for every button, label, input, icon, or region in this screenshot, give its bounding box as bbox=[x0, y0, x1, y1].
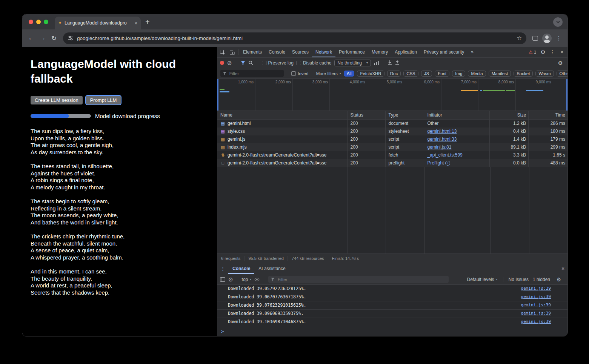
clear-network-log-button[interactable]: ⊘ bbox=[227, 60, 232, 66]
filter-pill-doc[interactable]: Doc bbox=[387, 71, 401, 77]
tab-application[interactable]: Application bbox=[391, 47, 420, 57]
console-prompt[interactable]: > bbox=[217, 326, 567, 334]
filter-pill-socket[interactable]: Socket bbox=[514, 71, 533, 77]
tab-privacy-and-security[interactable]: Privacy and security bbox=[420, 47, 468, 57]
console-source-link[interactable]: gemini.js:39 bbox=[521, 310, 551, 318]
network-search-icon[interactable] bbox=[248, 60, 253, 65]
filter-pill-manifest[interactable]: Manifest bbox=[489, 71, 511, 77]
column-header-type[interactable]: Type bbox=[386, 111, 424, 119]
initiator-link[interactable]: gemini.js:81 bbox=[427, 144, 451, 150]
tab-performance[interactable]: Performance bbox=[335, 47, 368, 57]
browser-tab[interactable]: ✦ LanguageModel downloadpro × bbox=[55, 17, 141, 29]
import-har-icon[interactable] bbox=[388, 60, 392, 65]
devtools-settings-icon[interactable]: ⚙ bbox=[538, 48, 547, 57]
omnibox[interactable]: googlechrome.github.io/samples/downloadi… bbox=[63, 32, 526, 44]
network-request-row[interactable]: ▤gemini.js 200 script gemini.html:33 1.4… bbox=[217, 135, 567, 143]
console-filter-input[interactable] bbox=[277, 277, 446, 282]
console-source-link[interactable]: gemini.js:39 bbox=[521, 318, 551, 326]
site-info-icon[interactable] bbox=[68, 35, 74, 41]
devtools-menu-icon[interactable]: ⋮ bbox=[548, 48, 557, 57]
close-window-button[interactable] bbox=[29, 20, 33, 24]
initiator-link[interactable]: gemini.html:13 bbox=[427, 129, 457, 134]
initiator-link[interactable]: gemini.html:33 bbox=[427, 137, 457, 142]
console-sidebar-icon[interactable] bbox=[220, 277, 225, 282]
network-request-row[interactable]: ⇅gemini-2.0-flash:streamGenerateContent?… bbox=[217, 151, 567, 159]
checkbox[interactable] bbox=[297, 61, 301, 65]
back-button[interactable]: ← bbox=[26, 32, 37, 44]
url-text[interactable]: googlechrome.github.io/samples/downloadi… bbox=[77, 35, 514, 41]
forward-button[interactable]: → bbox=[37, 32, 48, 44]
network-request-row[interactable]: ▤gemini.html 200 document Other 1.2 kB 2… bbox=[217, 120, 567, 127]
throttling-select[interactable]: No throttling ▾ bbox=[334, 60, 371, 66]
more-panels-icon[interactable]: » bbox=[468, 47, 477, 57]
drawer-close-icon[interactable]: × bbox=[558, 264, 567, 273]
prompt-llm-button[interactable]: Prompt LLM bbox=[86, 96, 121, 104]
error-count-badge[interactable]: ⚠ 1 bbox=[527, 49, 538, 55]
tab-close-icon[interactable]: × bbox=[134, 20, 137, 26]
console-settings-icon[interactable]: ⚙ bbox=[554, 275, 563, 284]
column-header-name[interactable]: Name bbox=[217, 111, 348, 119]
console-source-link[interactable]: gemini.js:39 bbox=[521, 285, 551, 293]
filter-pill-other[interactable]: Other bbox=[557, 71, 567, 77]
record-network-log-button[interactable] bbox=[220, 61, 224, 65]
preserve-log-checkbox[interactable]: Preserve log bbox=[262, 60, 294, 66]
bookmark-icon[interactable]: ☆ bbox=[517, 35, 522, 41]
default-levels-select[interactable]: Default levels ▾ bbox=[467, 277, 498, 282]
inspect-element-icon[interactable] bbox=[217, 47, 227, 57]
maximize-window-button[interactable] bbox=[44, 20, 48, 24]
network-conditions-icon[interactable] bbox=[374, 61, 379, 65]
checkbox[interactable] bbox=[291, 71, 296, 76]
checkbox[interactable] bbox=[262, 61, 266, 65]
clear-console-button[interactable]: ⊘ bbox=[228, 276, 233, 282]
invert-checkbox[interactable]: Invert bbox=[291, 71, 309, 76]
no-issues-label[interactable]: No Issues bbox=[509, 277, 529, 282]
drawer-menu-icon[interactable]: ⋮ bbox=[217, 263, 228, 274]
profile-avatar[interactable] bbox=[542, 34, 552, 43]
minimize-window-button[interactable] bbox=[36, 20, 41, 24]
console-context-select[interactable]: top ▾ bbox=[242, 277, 252, 282]
console-source-link[interactable]: gemini.js:39 bbox=[521, 293, 551, 301]
filter-pill-js[interactable]: JS bbox=[421, 71, 432, 77]
initiator-link[interactable]: Preflight bbox=[427, 160, 444, 166]
overview-left-handle[interactable] bbox=[217, 79, 218, 111]
network-filter-input[interactable] bbox=[229, 71, 281, 76]
eye-icon[interactable] bbox=[254, 278, 260, 281]
network-request-row[interactable]: □gemini-2.0-flash:streamGenerateContent?… bbox=[217, 159, 567, 167]
column-header-time[interactable]: Time bbox=[529, 111, 567, 119]
initiator-link[interactable]: _api_client.ts:599 bbox=[427, 152, 462, 158]
hidden-messages-label[interactable]: 1 hidden bbox=[533, 277, 550, 282]
tab-network[interactable]: Network bbox=[312, 47, 335, 57]
column-header-status[interactable]: Status bbox=[348, 111, 386, 119]
network-request-row[interactable]: ▤index.mjs 200 script gemini.js:81 89.1 … bbox=[217, 143, 567, 151]
filter-toggle-icon[interactable] bbox=[241, 61, 245, 65]
tab-search-button[interactable] bbox=[553, 17, 563, 27]
tab-console[interactable]: Console bbox=[265, 47, 289, 57]
filter-pill-font[interactable]: Font bbox=[435, 71, 449, 77]
filter-pill-media[interactable]: Media bbox=[468, 71, 486, 77]
drawer-tab-console[interactable]: Console bbox=[228, 263, 254, 274]
more-filters-select[interactable]: More filters ▾ bbox=[316, 71, 341, 76]
console-source-link[interactable]: gemini.js:39 bbox=[521, 301, 551, 309]
tab-elements[interactable]: Elements bbox=[240, 47, 265, 57]
filter-pill-fetch-xhr[interactable]: Fetch/XHR bbox=[357, 71, 384, 77]
info-icon[interactable]: i bbox=[445, 161, 450, 166]
disable-cache-checkbox[interactable]: Disable cache bbox=[297, 60, 331, 66]
network-overview[interactable]: 1,000 ms 2,000 ms 3,000 ms 4,000 ms 5,00… bbox=[217, 79, 567, 111]
filter-pill-wasm[interactable]: Wasm bbox=[535, 71, 554, 77]
export-har-icon[interactable] bbox=[395, 60, 400, 65]
column-header-initiator[interactable]: Initiator bbox=[424, 111, 490, 119]
filter-pill-img[interactable]: Img bbox=[452, 71, 465, 77]
tab-memory[interactable]: Memory bbox=[368, 47, 391, 57]
tab-sources[interactable]: Sources bbox=[289, 47, 312, 57]
create-llm-session-button[interactable]: Create LLM session bbox=[31, 96, 83, 104]
column-header-size[interactable]: Size bbox=[490, 111, 529, 119]
device-toolbar-icon[interactable] bbox=[227, 47, 237, 57]
devtools-close-icon[interactable]: × bbox=[557, 48, 566, 57]
filter-pill-all[interactable]: All bbox=[344, 71, 355, 77]
filter-pill-css[interactable]: CSS bbox=[403, 71, 418, 77]
side-panel-icon[interactable] bbox=[530, 33, 540, 43]
browser-menu-button[interactable]: ⋮ bbox=[554, 33, 564, 43]
new-tab-button[interactable]: + bbox=[145, 18, 150, 26]
overview-right-handle[interactable] bbox=[566, 79, 567, 111]
reload-button[interactable]: ↻ bbox=[48, 32, 60, 44]
